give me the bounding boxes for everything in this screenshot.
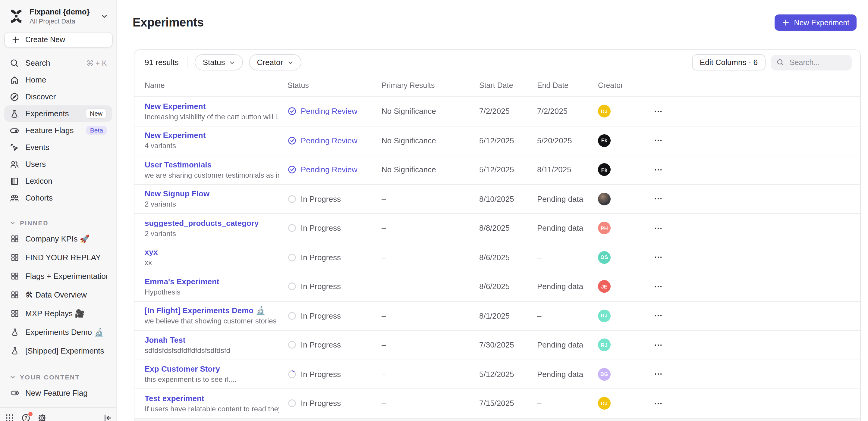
table-row[interactable]: suggested_products_category 2 variants I… bbox=[134, 214, 860, 243]
avatar-photo[interactable] bbox=[598, 193, 611, 205]
column-header-end-date[interactable]: End Date bbox=[537, 81, 598, 90]
status-progress-icon bbox=[287, 282, 297, 291]
experiment-name-link[interactable]: Jonah Test bbox=[145, 335, 279, 345]
name-cell: Exp Customer Story this experiment is to… bbox=[145, 365, 287, 384]
avatar[interactable]: BG bbox=[598, 368, 611, 381]
sidebar-item-events[interactable]: Events bbox=[4, 139, 112, 155]
table-row[interactable]: New Signup Flow 2 variants In Progress –… bbox=[134, 185, 860, 214]
status-progress-icon bbox=[287, 312, 297, 320]
project-switcher[interactable]: Fixpanel {demo} All Project Data bbox=[0, 0, 116, 30]
avatar[interactable]: PH bbox=[598, 222, 611, 235]
column-header-status[interactable]: Status bbox=[287, 81, 381, 90]
sidebar-item-feature-flags[interactable]: Feature FlagsBeta bbox=[4, 122, 112, 138]
row-menu-button[interactable] bbox=[652, 222, 665, 235]
sidebar-item-experiments-demo[interactable]: Experiments Demo 🔬 bbox=[4, 323, 112, 342]
table-row[interactable]: User Testimonials we are sharing custome… bbox=[134, 155, 860, 185]
avatar[interactable]: RJ bbox=[598, 339, 611, 351]
creator-cell: RJ bbox=[598, 339, 652, 351]
sidebar-item-users[interactable]: Users bbox=[4, 156, 112, 172]
plus-icon bbox=[782, 19, 790, 27]
column-header-start-date[interactable]: Start Date bbox=[479, 81, 537, 90]
row-menu-button[interactable] bbox=[652, 163, 665, 176]
experiment-name-link[interactable]: New Experiment bbox=[145, 131, 279, 140]
sidebar-item-search[interactable]: Search⌘ + K bbox=[4, 55, 112, 71]
search-box[interactable] bbox=[771, 55, 852, 70]
create-new-button[interactable]: Create New bbox=[4, 32, 113, 47]
lexicon-icon bbox=[10, 176, 19, 186]
sidebar-item-data-overview[interactable]: 🛠 Data Overview bbox=[4, 286, 112, 304]
sidebar-item-lexicon[interactable]: Lexicon bbox=[4, 173, 112, 189]
collapse-sidebar-icon[interactable] bbox=[103, 413, 113, 421]
table-row[interactable]: Jonah Test sdfdsfdsfsdfdffdfdsfsdfdsfd I… bbox=[134, 331, 860, 360]
search-input[interactable] bbox=[788, 58, 846, 67]
sidebar-item-experiments[interactable]: ExperimentsNew bbox=[4, 105, 112, 122]
creator-cell: OS bbox=[598, 251, 652, 264]
creator-filter-button[interactable]: Creator bbox=[249, 54, 301, 70]
gear-icon[interactable] bbox=[37, 413, 47, 421]
sidebar-item-cohorts[interactable]: Cohorts bbox=[4, 190, 112, 206]
avatar[interactable]: RJ bbox=[598, 310, 611, 322]
menu-cell bbox=[652, 222, 860, 235]
experiment-name-link[interactable]: User Testimonials bbox=[145, 160, 279, 169]
experiment-name-link[interactable]: Exp Customer Story bbox=[145, 365, 279, 374]
sidebar-item-label: MXP Replays 🎥 bbox=[25, 309, 85, 318]
experiment-name-link[interactable]: xyx bbox=[145, 248, 279, 257]
apps-grid-icon[interactable] bbox=[5, 413, 14, 421]
row-menu-button[interactable] bbox=[652, 251, 665, 264]
row-menu-button[interactable] bbox=[652, 134, 665, 147]
column-header-primary-results[interactable]: Primary Results bbox=[381, 81, 479, 90]
avatar[interactable]: Fk bbox=[598, 134, 611, 147]
table-row[interactable]: [In Flight] Experiments Demo 🔬 we believ… bbox=[134, 301, 860, 331]
column-header-creator[interactable]: Creator bbox=[598, 81, 652, 90]
avatar[interactable]: OS bbox=[598, 251, 611, 264]
sidebar-item-company-kpis[interactable]: Company KPIs 🚀 bbox=[4, 229, 112, 248]
experiment-name-link[interactable]: New Signup Flow bbox=[145, 189, 279, 198]
flask-icon bbox=[10, 346, 19, 355]
avatar[interactable]: DJ bbox=[598, 397, 611, 410]
sidebar-item-new-feature-flag[interactable]: New Feature Flag bbox=[4, 384, 112, 402]
sidebar-item-find-your-replay[interactable]: FIND YOUR REPLAY bbox=[4, 248, 112, 267]
row-menu-button[interactable] bbox=[652, 105, 665, 118]
experiment-name-link[interactable]: New Experiment bbox=[145, 102, 279, 111]
menu-cell bbox=[652, 397, 860, 410]
new-experiment-button[interactable]: New Experiment bbox=[775, 14, 857, 31]
row-menu-button[interactable] bbox=[652, 192, 665, 206]
sidebar-item-home[interactable]: Home bbox=[4, 72, 112, 88]
sidebar-item-shipped-experiments-demo[interactable]: [Shipped] Experiments Demo 🖊 bbox=[4, 342, 112, 360]
row-menu-button[interactable] bbox=[652, 368, 665, 381]
discover-icon bbox=[10, 92, 19, 101]
row-menu-button[interactable] bbox=[652, 397, 665, 410]
row-menu-button[interactable] bbox=[652, 280, 665, 293]
sidebar-item-flags-experimentation-demo[interactable]: Flags + Experimentation Demo , bbox=[4, 267, 112, 286]
table-row[interactable]: New Experiment 4 variants Pending Review… bbox=[134, 126, 860, 155]
sidebar-item-discover[interactable]: Discover bbox=[4, 89, 112, 105]
end-date-cell: – bbox=[537, 312, 598, 320]
experiment-name-link[interactable]: Emma's Experiment bbox=[145, 277, 279, 286]
experiment-name-link[interactable]: Test experiment bbox=[145, 394, 279, 403]
sidebar-section-your-content: YOUR CONTENTNew Feature Flag bbox=[0, 370, 116, 402]
status-filter-button[interactable]: Status bbox=[195, 54, 243, 70]
table-row[interactable]: xyx xx In Progress – 8/6/2025 – OS bbox=[134, 243, 860, 272]
feature-flags-icon bbox=[10, 126, 19, 135]
row-menu-button[interactable] bbox=[652, 309, 665, 323]
experiment-name-link[interactable]: suggested_products_category bbox=[145, 219, 279, 228]
table-row[interactable]: Emma's Experiment Hypothesis In Progress… bbox=[134, 272, 860, 301]
row-menu-button[interactable] bbox=[652, 338, 665, 352]
section-header-your-content[interactable]: YOUR CONTENT bbox=[0, 370, 116, 384]
edit-columns-button[interactable]: Edit Columns · 6 bbox=[692, 54, 766, 70]
avatar[interactable]: JE bbox=[598, 280, 611, 293]
table-row[interactable]: New Experiment Increasing visibility of … bbox=[134, 97, 860, 126]
table-row[interactable]: Exp Customer Story this experiment is to… bbox=[134, 360, 860, 389]
table-row[interactable]: Test experiment If users have relatable … bbox=[134, 389, 860, 418]
sidebar-item-label: Experiments bbox=[25, 109, 69, 118]
column-header-name[interactable]: Name bbox=[145, 81, 287, 90]
help-icon[interactable]: ? bbox=[21, 413, 31, 421]
flask-icon bbox=[10, 328, 19, 337]
sidebar-item-mxp-replays[interactable]: MXP Replays 🎥 bbox=[4, 304, 112, 323]
app-root: Fixpanel {demo} All Project Data Create … bbox=[0, 0, 868, 421]
experiment-name-link[interactable]: [In Flight] Experiments Demo 🔬 bbox=[145, 306, 279, 315]
section-header-pinned[interactable]: PINNED bbox=[0, 216, 116, 229]
avatar[interactable]: DJ bbox=[598, 105, 611, 118]
sidebar-item-label: Feature Flags bbox=[25, 126, 73, 135]
avatar[interactable]: Fk bbox=[598, 164, 611, 176]
